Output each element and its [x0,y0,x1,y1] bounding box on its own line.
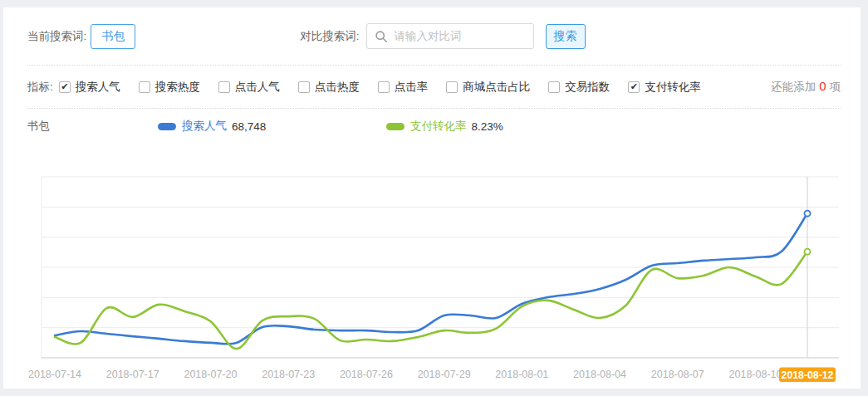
remaining-quota-text: 还能添加0项 [771,79,841,95]
compare-input[interactable] [393,29,533,43]
trend-panel: 当前搜索词: 书包 对比搜索词: 搜索 指标: ✔搜索人气搜索热度点击人气点击热… [3,7,861,389]
metric-checkbox-label: 搜索热度 [155,80,200,95]
series-line-搜索人气 [55,213,807,344]
x-tick-label: 2018-07-29 [418,369,471,380]
metric-checkbox-label: 交易指数 [565,80,610,95]
x-tick-label: 2018-08-01 [495,369,548,380]
trend-chart: 2018-07-142018-07-172018-07-202018-07-23… [3,170,861,389]
endpoint-marker [805,249,811,255]
x-tick-label: 2018-07-17 [106,369,159,380]
endpoint-marker [805,211,811,217]
search-button[interactable]: 搜索 [546,24,586,49]
legend-series-value: 68,748 [232,120,266,133]
search-icon [375,30,388,43]
checkbox-unchecked-icon [218,81,230,93]
x-tick-label: 2018-08-07 [651,369,704,380]
keyword-label: 书包 [27,119,50,134]
compare-term-label: 对比搜索词: [300,29,359,44]
metric-checkbox-label: 支付转化率 [645,80,701,95]
legend-item-1: 支付转化率8.23% [386,119,503,134]
metric-checkbox-label: 点击热度 [315,80,360,95]
checkbox-checked-icon: ✔ [628,81,640,93]
checkbox-unchecked-icon [139,81,150,93]
checkbox-unchecked-icon [378,81,390,93]
metric-checkbox-label: 点击人气 [235,80,280,95]
checkbox-unchecked-icon [446,81,458,93]
legend-series-name: 搜索人气 [182,119,227,134]
legend-item-0: 搜索人气68,748 [158,119,266,134]
metrics-row: 指标: ✔搜索人气搜索热度点击人气点击热度点击率商城点击占比交易指数✔支付转化率… [3,66,861,108]
metric-checkbox-1[interactable]: 搜索热度 [139,80,200,95]
metric-checkbox-group: ✔搜索人气搜索热度点击人气点击热度点击率商城点击占比交易指数✔支付转化率 [59,80,701,95]
remaining-count: 0 [819,79,826,93]
checkbox-unchecked-icon [548,81,560,93]
x-tick-label: 2018-07-23 [262,369,315,380]
metric-checkbox-3[interactable]: 点击热度 [298,80,360,95]
metric-checkbox-6[interactable]: 交易指数 [548,80,610,95]
search-row: 当前搜索词: 书包 对比搜索词: 搜索 [3,7,861,65]
x-tick-label: 2018-07-26 [340,369,393,380]
metric-checkbox-4[interactable]: 点击率 [378,80,429,95]
legend-swatch [158,123,176,130]
x-tick-label: 2018-07-20 [184,369,237,380]
x-tick-label: 2018-07-14 [28,369,81,380]
series-line-支付转化率 [55,252,807,349]
metric-checkbox-label: 搜索人气 [76,80,120,95]
checkbox-checked-icon: ✔ [59,81,71,93]
metric-checkbox-label: 点击率 [395,80,429,95]
compare-input-wrap [366,23,534,49]
metrics-label: 指标: [27,80,53,95]
checkbox-unchecked-icon [298,81,310,93]
current-term-button[interactable]: 书包 [91,24,135,49]
legend-row: 书包 搜索人气68,748支付转化率8.23% [3,109,861,144]
legend-series-value: 8.23% [472,120,503,133]
metric-checkbox-0[interactable]: ✔搜索人气 [59,80,120,95]
remaining-suffix: 项 [830,81,841,93]
current-term-label: 当前搜索词: [27,29,86,44]
highlighted-date-label: 2018-08-12 [782,369,834,381]
metric-checkbox-2[interactable]: 点击人气 [218,80,280,95]
legend-swatch [386,123,405,130]
remaining-prefix: 还能添加 [771,81,816,93]
metric-checkbox-5[interactable]: 商城点击占比 [446,80,530,95]
legend-series-name: 支付转化率 [410,119,467,134]
page: 当前搜索词: 书包 对比搜索词: 搜索 指标: ✔搜索人气搜索热度点击人气点击热… [0,0,868,396]
metric-checkbox-label: 商城点击占比 [463,80,530,95]
x-tick-label: 2018-08-04 [573,369,626,380]
metric-checkbox-7[interactable]: ✔支付转化率 [628,80,701,95]
x-tick-label: 2018-08-10 [729,369,782,380]
